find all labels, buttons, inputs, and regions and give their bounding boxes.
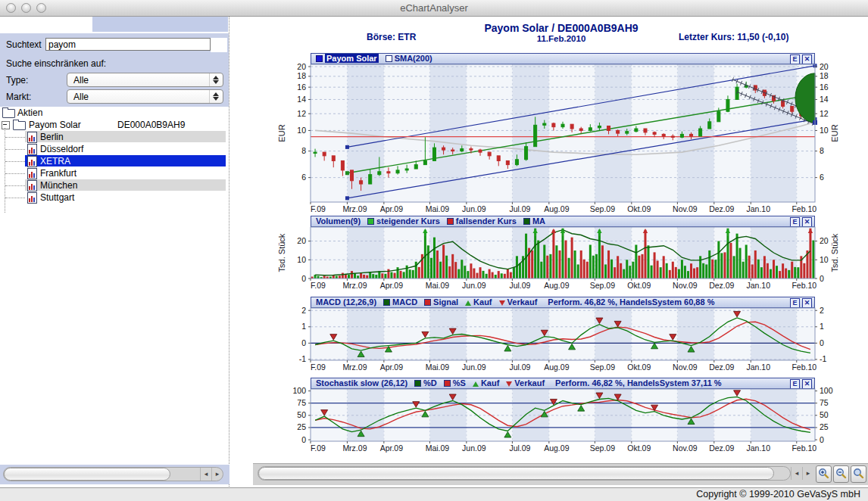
red-swatch-icon [424,299,431,306]
legend-item-kauf[interactable]: Kauf [473,297,492,307]
legend-item-%s[interactable]: %S [453,378,466,387]
svg-text:Apr.09: Apr.09 [380,281,404,290]
chart-pane: Börse: ETR Payom Solar / DE000A0B9AH9 11… [232,17,868,487]
scrollbar-thumb[interactable] [258,467,774,480]
panel-close-icon[interactable]: ✕ [802,217,812,227]
legend-item-steigenderkurs[interactable]: steigender Kurs [376,216,440,226]
svg-text:Feb.10: Feb.10 [792,204,816,213]
scroll-left-icon[interactable]: ◂ [791,467,802,480]
markt-select[interactable]: Alle [67,89,223,104]
panel-title: MACD (12,26,9) [316,297,376,307]
svg-text:12: 12 [820,109,829,118]
scrollbar-arrows[interactable]: ◂▸ [791,467,813,480]
search-input[interactable] [45,38,211,51]
svg-text:Okt.09: Okt.09 [627,363,651,372]
tree-node-payom-solar[interactable]: Payom SolarDE000A0B9AH9 [0,119,228,131]
svg-text:75: 75 [297,398,306,407]
svg-text:Jul.09: Jul.09 [509,281,530,290]
search-side-box [211,38,227,52]
svg-text:Nov.09: Nov.09 [673,204,698,213]
panel-close-icon[interactable]: ✕ [802,379,812,389]
svg-text:100: 100 [820,386,833,395]
stepper-icon[interactable] [209,90,223,103]
zoom-reset-button[interactable] [851,465,866,483]
svg-text:Jan.10: Jan.10 [746,363,770,372]
price-legend: ✕EPayom SolarSMA(200) [311,53,815,64]
legend-item-macd[interactable]: MACD [392,297,417,307]
chart-hscrollbar[interactable] [258,466,791,481]
scroll-right-icon[interactable]: ▸ [802,467,813,480]
stepper-icon[interactable] [209,73,223,86]
svg-text:F.09: F.09 [311,363,326,372]
status-bar: Copyright © 1999-2010 GeVaSyS mbH [0,487,868,501]
tree-item-mnchen[interactable]: München [0,179,228,191]
svg-text:Jun.09: Jun.09 [462,363,486,372]
svg-text:20: 20 [820,62,829,71]
panel-close-icon[interactable]: ✕ [802,54,812,64]
tree-item-dsseldorf[interactable]: Düsseldorf [0,143,228,155]
scrollbar-arrows[interactable]: ◂▸ [200,468,223,481]
red-swatch-icon [447,218,454,225]
darkgreen-swatch-icon [414,380,421,387]
svg-text:50: 50 [297,410,306,419]
macd-chart[interactable]: F.09Mrz.09Apr.09Mai.09Jun.09Jul.09Aug.09… [232,308,868,373]
price-chart[interactable]: F.09Mrz.09Apr.09Mai.09Jun.09Jul.09Aug.09… [232,64,868,215]
tree-root-aktien[interactable]: Aktien [0,107,228,119]
type-select[interactable]: Alle [67,73,223,87]
scroll-right-icon[interactable]: ▸ [211,468,223,481]
volume-chart[interactable]: F.09Mrz.09Apr.09Mai.09Jun.09Jul.09Aug.09… [232,227,868,291]
svg-text:Mai.09: Mai.09 [426,204,450,213]
svg-text:14: 14 [820,95,829,104]
panel-expand-icon[interactable]: E [790,298,800,308]
tree-item-xetra[interactable]: XETRA [0,155,228,167]
legend-item-ma[interactable]: MA [532,216,545,226]
copyright-text: Copyright © 1999-2010 GeVaSyS mbH [696,489,860,499]
tri-down-swatch-icon [499,300,505,306]
svg-text:20: 20 [297,236,306,245]
svg-text:Okt.09: Okt.09 [627,443,651,453]
svg-text:Dez.09: Dez.09 [709,281,734,290]
panel-close-icon[interactable]: ✕ [802,298,812,308]
chart-doc-icon [27,168,37,179]
legend-item-signal[interactable]: Signal [433,297,458,307]
chart-doc-icon [27,156,37,167]
stochastik-chart[interactable]: F.09Mrz.09Apr.09Mai.09Jun.09Jul.09Aug.09… [232,389,868,454]
svg-text:Jun.09: Jun.09 [462,443,486,453]
panel-expand-icon[interactable]: E [790,54,800,64]
chart-doc-icon [27,144,37,155]
svg-text:0: 0 [301,274,306,283]
scrollbar-thumb[interactable] [4,468,170,481]
svg-text:Mrz.09: Mrz.09 [342,281,367,290]
svg-text:EUR: EUR [277,124,286,142]
svg-text:Sep.09: Sep.09 [590,204,615,213]
svg-text:Okt.09: Okt.09 [627,204,651,213]
legend-item-payomsolar[interactable]: Payom Solar [325,54,379,63]
zoom-out-button[interactable] [833,465,849,483]
svg-text:6: 6 [820,173,824,182]
legend-item-fallsenderkurs[interactable]: fallsender Kurs [456,216,517,226]
tree-item-berlin[interactable]: Berlin [0,131,228,143]
zoom-in-button[interactable] [816,465,832,483]
svg-text:6: 6 [301,173,306,182]
legend-item-verkauf[interactable]: Verkauf [514,378,545,387]
svg-text:-1: -1 [820,354,826,363]
tree-item-stuttgart[interactable]: Stuttgart [0,191,228,204]
legend-item-kauf[interactable]: Kauf [481,378,499,387]
magnifier-minus-icon [835,468,847,479]
legend-item-%d[interactable]: %D [423,378,437,387]
scroll-left-icon[interactable]: ◂ [200,468,211,481]
title-bar: eChartAnalyser [0,0,868,17]
svg-text:F.09: F.09 [311,204,326,213]
legend-item-sma200[interactable]: SMA(200) [395,54,432,63]
instrument-tree: AktienPayom SolarDE000A0B9AH9BerlinDüsse… [0,107,228,228]
panel-expand-icon[interactable]: E [790,379,800,389]
svg-text:Feb.10: Feb.10 [792,363,816,372]
legend-item-verkauf[interactable]: Verkauf [507,297,538,307]
sidebar-hscrollbar[interactable]: ◂▸ [3,467,223,481]
svg-text:0: 0 [820,274,824,283]
tree-item-frankfurt[interactable]: Frankfurt [0,167,228,179]
svg-text:10: 10 [820,255,829,264]
svg-text:Dez.09: Dez.09 [709,204,734,213]
panel-expand-icon[interactable]: E [790,217,800,227]
svg-text:Okt.09: Okt.09 [627,281,651,290]
